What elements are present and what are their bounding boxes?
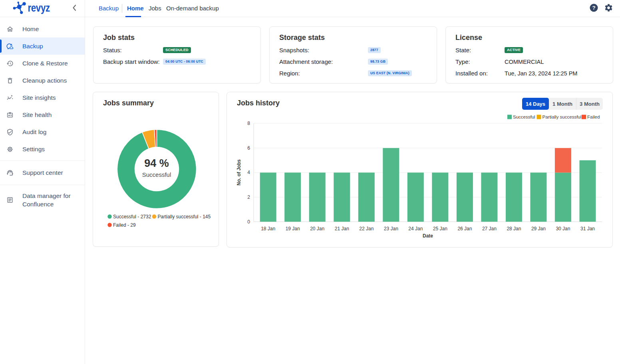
- svg-text:6: 6: [247, 145, 250, 151]
- svg-text:94 %: 94 %: [144, 157, 169, 169]
- svg-text:Failed - 29: Failed - 29: [113, 222, 136, 228]
- svg-text:Partially successful: Partially successful: [542, 115, 582, 119]
- svg-text:26 Jan: 26 Jan: [457, 226, 472, 231]
- svg-text:18 Jan: 18 Jan: [261, 226, 275, 231]
- svg-text:28 Jan: 28 Jan: [507, 226, 521, 231]
- svg-text:4: 4: [247, 170, 250, 175]
- svg-text:22 Jan: 22 Jan: [359, 226, 374, 231]
- svg-text:20 Jan: 20 Jan: [310, 226, 324, 231]
- svg-text:31 Jan: 31 Jan: [580, 226, 595, 231]
- svg-text:Successful: Successful: [513, 115, 535, 119]
- svg-text:27 Jan: 27 Jan: [482, 226, 497, 231]
- svg-text:?: ?: [592, 5, 595, 11]
- svg-text:Failed: Failed: [587, 115, 600, 119]
- svg-text:0: 0: [247, 219, 250, 225]
- svg-text:19 Jan: 19 Jan: [286, 226, 300, 231]
- svg-text:29 Jan: 29 Jan: [531, 226, 546, 231]
- svg-text:Successful - 2732: Successful - 2732: [113, 214, 151, 220]
- svg-text:No. of Jobs: No. of Jobs: [236, 159, 242, 186]
- svg-text:23 Jan: 23 Jan: [384, 226, 398, 231]
- svg-text:revyz: revyz: [28, 1, 50, 14]
- svg-text:30 Jan: 30 Jan: [556, 226, 570, 231]
- svg-text:25 Jan: 25 Jan: [433, 226, 447, 231]
- svg-text:21 Jan: 21 Jan: [335, 226, 349, 231]
- svg-text:24 Jan: 24 Jan: [408, 226, 423, 231]
- svg-text:2: 2: [247, 194, 250, 200]
- svg-text:Date: Date: [423, 233, 433, 239]
- svg-text:Successful: Successful: [142, 171, 171, 178]
- svg-text:8: 8: [247, 121, 250, 126]
- svg-text:Partially successful - 145: Partially successful - 145: [158, 214, 211, 220]
